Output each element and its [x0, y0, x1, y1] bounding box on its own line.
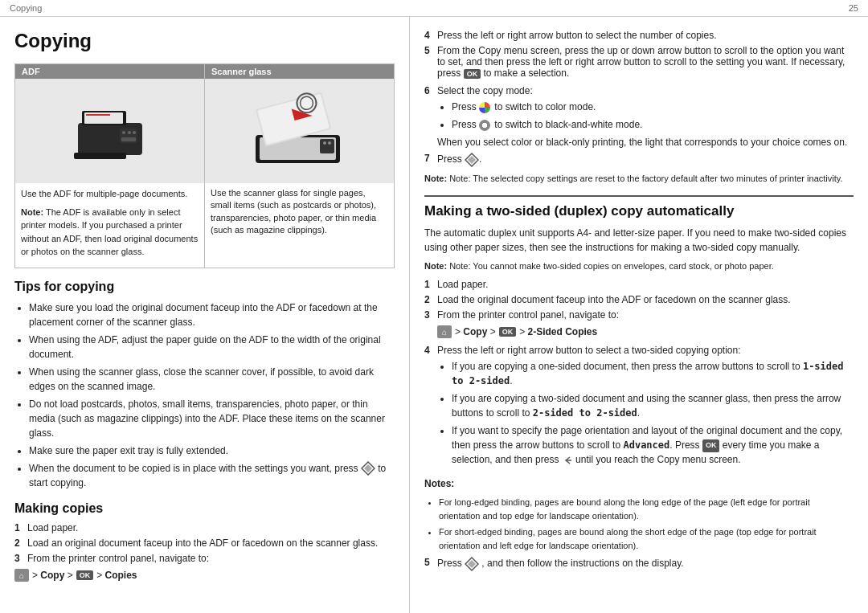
right-step-5: 5 From the Copy menu screen, press the u…: [424, 45, 854, 79]
duplex-note: Note: Note: You cannot make two-sided co…: [424, 260, 854, 273]
adf-note-label: Note:: [21, 207, 43, 217]
adf-image-cell: [15, 79, 204, 183]
scanner-header: Scanner glass: [205, 64, 394, 79]
right-step-7: 7 Press .: [424, 153, 854, 167]
ok-button-duplex-adv: OK: [702, 439, 720, 452]
scanner-caption: Use the scanner glass for single pages, …: [205, 183, 394, 241]
tips-title: Tips for copying: [14, 280, 395, 294]
duplex-notes-header: Notes:: [424, 476, 854, 491]
duplex-option-1: If you are copying a one-sided document,…: [452, 359, 854, 388]
duplex-step-2: 2 Load the original document faceup into…: [424, 294, 854, 305]
duplex-options-list: If you are copying a one-sided document,…: [452, 359, 854, 467]
tip-item-6: When the document to be copied is in pla…: [29, 461, 395, 491]
making-copies-title: Making copies: [14, 501, 395, 516]
duplex-option-3: If you want to specify the page orientat…: [452, 423, 854, 467]
step7-note: Note: Note: The selected copy settings a…: [424, 172, 854, 186]
page-container: Copying 25 Copying ADF: [0, 0, 868, 613]
start-diamond-icon-step7: [465, 153, 479, 167]
start-diamond-icon-duplex: [465, 557, 479, 571]
duplex-option-2: If you are copying a two-sided document …: [452, 391, 854, 420]
tip-item-2: When using the ADF, adjust the paper gui…: [29, 333, 395, 362]
adf-note-text: Note: The ADF is available only in selec…: [21, 206, 199, 259]
color-mode-icon: [479, 102, 490, 113]
copy-mode-list: Press to switch to color mode. Press to …: [452, 100, 847, 132]
copies-step-1: 1 Load paper.: [14, 522, 395, 533]
right-column: 4 Press the left or right arrow button t…: [410, 17, 868, 613]
svg-rect-17: [320, 139, 334, 153]
ok-button-copies: OK: [76, 570, 94, 580]
tip-item-3: When using the scanner glass, close the …: [29, 365, 395, 394]
svg-point-8: [133, 131, 136, 134]
svg-point-19: [328, 141, 331, 145]
adf-header: ADF: [15, 64, 204, 79]
svg-rect-3: [86, 114, 110, 116]
adf-note-body: The ADF is available only in select prin…: [21, 207, 198, 257]
adf-caption-area: Use the ADF for multiple-page documents.…: [15, 183, 204, 268]
duplex-step-4: 4 Press the left or right arrow button t…: [424, 345, 854, 472]
start-diamond-icon: [361, 461, 375, 476]
duplex-note-2: For short-edged binding, pages are bound…: [439, 525, 854, 552]
svg-point-18: [323, 141, 326, 145]
page-title: Copying: [14, 30, 395, 52]
color-mode-item: Press to switch to color mode.: [452, 100, 847, 114]
duplex-nav-path: ⌂ > Copy > OK > 2-Sided Copies: [437, 325, 854, 338]
svg-point-7: [128, 131, 131, 134]
scanner-illustration: [252, 91, 348, 171]
section-divider: [424, 195, 854, 197]
duplex-step-1: 1 Load paper.: [424, 279, 854, 290]
tip-item-5: Make sure the paper exit tray is fully e…: [29, 443, 395, 458]
back-arrow-icon: [562, 455, 573, 466]
duplex-intro: The automatic duplex unit supports A4- a…: [424, 226, 854, 255]
scanner-image-cell: [205, 79, 394, 183]
duplex-step-3: 3 From the printer control panel, naviga…: [424, 309, 854, 321]
duplex-note-1: For long-edged binding, pages are bound …: [439, 496, 854, 522]
right-step-6: 6 Select the copy mode: Press to switch …: [424, 85, 854, 148]
duplex-title: Making a two-sided (duplex) copy automat…: [424, 203, 854, 219]
copy-mode-note: When you select color or black-only prin…: [437, 137, 847, 148]
bw-mode-item: Press to switch to black-and-white mode.: [452, 117, 847, 132]
adf-printer-illustration: [70, 91, 150, 171]
image-table: ADF: [14, 63, 395, 268]
ok-button-step5: OK: [464, 69, 481, 79]
home-icon-duplex: ⌂: [437, 325, 452, 338]
top-bar-left: Copying: [10, 3, 42, 13]
copies-nav-path: ⌂ > Copy > OK > Copies: [14, 569, 395, 582]
home-icon: ⌂: [14, 569, 29, 582]
svg-rect-9: [121, 137, 136, 141]
left-column: Copying ADF: [0, 17, 410, 613]
tip-item-4: Do not load postcards, photos, small ite…: [29, 397, 395, 440]
top-bar-right: 25: [849, 3, 858, 13]
duplex-step-5: 5 Press , and then follow the instructio…: [424, 557, 854, 571]
tip-item-1: Make sure you load the original document…: [29, 300, 395, 329]
content-area: Copying ADF: [0, 17, 868, 613]
tips-list: Make sure you load the original document…: [29, 300, 395, 491]
svg-rect-4: [74, 153, 126, 159]
bw-mode-icon: [479, 120, 490, 131]
adf-caption: Use the ADF for multiple-page documents.: [21, 187, 199, 201]
right-step-4: 4 Press the left or right arrow button t…: [424, 30, 854, 41]
copies-steps: 1 Load paper. 2 Load an original documen…: [14, 522, 395, 582]
duplex-notes-list: For long-edged binding, pages are bound …: [439, 496, 854, 552]
top-bar: Copying 25: [0, 0, 868, 17]
copies-step-2: 2 Load an original document faceup into …: [14, 537, 395, 549]
svg-point-6: [122, 131, 125, 134]
ok-button-duplex: OK: [499, 327, 517, 337]
copies-step-3: 3 From the printer control panel, naviga…: [14, 553, 395, 564]
